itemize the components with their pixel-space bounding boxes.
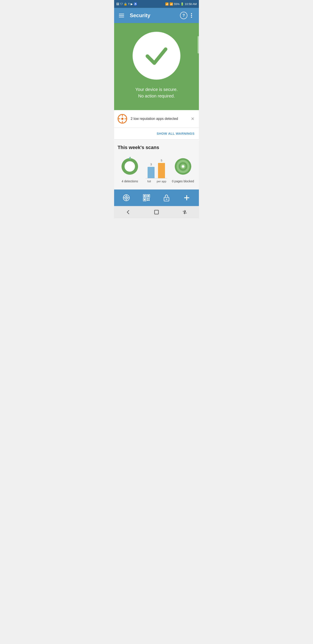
time-display: 10:58 AM [185, 2, 197, 6]
secure-status-text: Your device is secure. No action require… [135, 86, 178, 99]
bar-per-app [158, 163, 165, 178]
svg-rect-35 [148, 198, 150, 199]
detections-chart: 4 detections [119, 156, 141, 183]
font-icon: T [128, 2, 130, 6]
help-button[interactable]: ? [180, 12, 188, 19]
recents-button[interactable] [178, 206, 191, 218]
svg-rect-2 [119, 17, 124, 18]
detections-donut-svg [119, 156, 141, 177]
android-nav-bar [114, 206, 199, 218]
bar-item-full: 3 [148, 163, 155, 178]
weekly-scans-section: This week's scans 4 detections 3 [114, 140, 199, 190]
more-button[interactable] [188, 12, 195, 19]
svg-point-4 [191, 15, 192, 16]
show-warnings-row: SHOW ALL WARNINGS [114, 128, 199, 140]
bar-labels: full per app [143, 180, 169, 183]
secure-banner: Your device is secure. No action require… [114, 23, 199, 110]
pages-blocked-chart: 0 pages blocked [172, 156, 194, 183]
target-icon [118, 114, 127, 124]
svg-rect-29 [144, 195, 145, 197]
battery-icon: 🔋 [180, 2, 184, 6]
svg-rect-1 [119, 15, 124, 16]
svg-point-23 [126, 197, 127, 198]
svg-rect-31 [148, 195, 149, 197]
svg-rect-34 [147, 198, 148, 199]
svg-point-5 [191, 17, 192, 18]
status-bar: 🖼 🛡 🔒 T ▶ ♿ 📶 📶 55% 🔋 10:58 AM [114, 0, 199, 8]
svg-rect-42 [184, 197, 189, 198]
signal-icon: 📶 [170, 2, 173, 6]
accessibility-icon: ♿ [134, 2, 137, 6]
bar-value-per-app: 5 [161, 159, 162, 162]
bar-full [148, 167, 155, 178]
qr-nav-icon [143, 194, 150, 202]
secure-message-line: Your device is secure. No action require… [135, 86, 178, 99]
weekly-scans-title: This week's scans [118, 145, 195, 150]
help-icon: ? [180, 12, 187, 19]
pages-blocked-label: 0 pages blocked [172, 180, 194, 183]
nav-security-item[interactable] [116, 190, 136, 206]
nav-qr-item[interactable] [136, 190, 157, 206]
battery-level: 55% [174, 2, 180, 6]
back-button[interactable] [122, 206, 135, 218]
youtube-icon: ▶ [131, 2, 133, 6]
bar-label-full: full [146, 180, 153, 183]
privacy-nav-icon: *** [163, 194, 170, 202]
nav-add-item[interactable] [177, 190, 197, 206]
home-button[interactable] [150, 206, 163, 218]
show-all-warnings-button[interactable]: SHOW ALL WARNINGS [157, 132, 195, 135]
svg-point-3 [191, 13, 192, 14]
detections-label: 4 detections [122, 180, 138, 183]
scans-charts: 4 detections 3 5 full per app [118, 156, 195, 183]
bar-chart-container: 3 5 [145, 159, 167, 178]
bar-item-per-app: 5 [158, 159, 165, 178]
scroll-indicator [198, 36, 199, 54]
svg-rect-0 [119, 14, 124, 14]
svg-rect-43 [155, 210, 158, 214]
page-title: Security [130, 12, 180, 18]
svg-point-7 [121, 118, 123, 120]
warning-message: 2 low reputation apps detected [131, 117, 190, 121]
svg-rect-37 [148, 200, 150, 201]
add-nav-icon [183, 194, 190, 201]
svg-rect-33 [144, 199, 145, 200]
gallery-icon: 🖼 [116, 2, 119, 6]
pages-blocked-donut-svg [172, 156, 194, 177]
svg-rect-36 [147, 200, 148, 201]
nav-privacy-item[interactable]: *** [156, 190, 177, 206]
close-warning-button[interactable]: ✕ [190, 115, 195, 122]
bar-label-per-app: per app [156, 180, 167, 183]
checkmark-circle [133, 32, 180, 80]
wifi-icon: 📶 [165, 2, 169, 6]
app-bar: Security ? [114, 8, 199, 23]
warning-row[interactable]: 2 low reputation apps detected ✕ [114, 110, 199, 128]
status-bar-right-info: 📶 📶 55% 🔋 10:58 AM [165, 2, 197, 6]
bar-value-full: 3 [150, 163, 152, 166]
shield-status-icon: 🛡 [120, 2, 123, 6]
svg-point-20 [182, 165, 184, 168]
menu-button[interactable] [118, 12, 125, 19]
svg-text:***: *** [166, 198, 167, 200]
scans-bar-chart: 3 5 full per app [143, 159, 169, 183]
svg-point-13 [125, 161, 135, 172]
security-nav-icon [123, 194, 130, 202]
bottom-navigation: *** [114, 190, 199, 206]
status-bar-left-icons: 🖼 🛡 🔒 T ▶ ♿ [116, 2, 137, 6]
lock-icon: 🔒 [124, 2, 127, 6]
